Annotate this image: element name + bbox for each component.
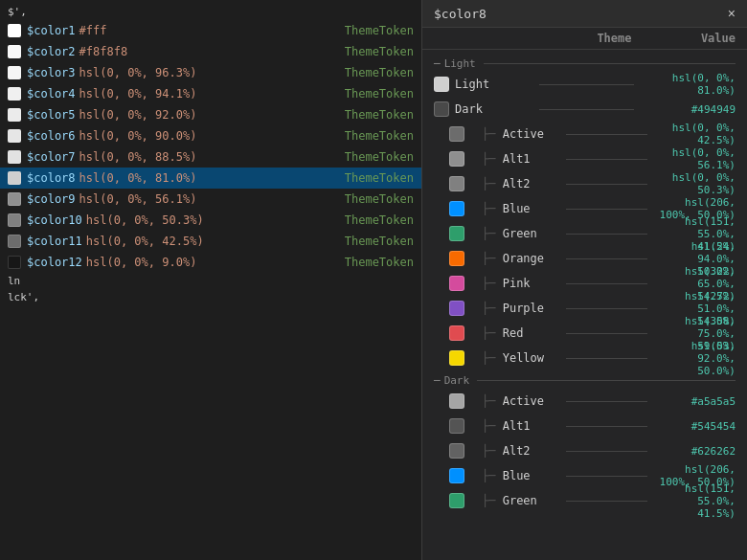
list-item[interactable]: ├─ Alt1#545454	[422, 414, 747, 438]
right-title: $color8	[434, 7, 487, 21]
color-swatch	[449, 126, 464, 142]
theme-name: ├─ Alt1	[482, 152, 558, 166]
var-name: $color1	[27, 24, 76, 37]
color-swatch	[449, 301, 464, 316]
table-row[interactable]: $color9hsl(0, 0%, 56.1%)ThemeToken	[0, 189, 421, 210]
color-swatch	[449, 176, 464, 191]
prefix-text: $',	[0, 4, 421, 20]
color-swatch	[8, 213, 21, 227]
table-row[interactable]: $color8hsl(0, 0%, 81.0%)ThemeToken	[0, 168, 421, 189]
color-swatch	[8, 150, 21, 164]
right-header: $color8 ×	[422, 0, 747, 28]
list-item[interactable]: ├─ Greenhsl(151, 55.0%, 41.5%)	[422, 488, 747, 513]
color-swatch	[449, 226, 464, 241]
row-divider	[566, 283, 647, 284]
list-item[interactable]: ├─ Alt2hsl(0, 0%, 50.3%)	[422, 171, 747, 196]
color-swatch	[8, 108, 21, 122]
row-divider	[566, 159, 647, 160]
value-col-header: Value	[647, 32, 736, 45]
close-button[interactable]: ×	[728, 6, 736, 21]
token-type: ThemeToken	[333, 87, 414, 101]
list-item[interactable]: ├─ Alt2#626262	[422, 438, 747, 463]
list-item[interactable]: ├─ Alt1hsl(0, 0%, 56.1%)	[422, 146, 747, 171]
color-swatch	[434, 101, 449, 117]
color-swatch	[449, 251, 464, 266]
var-name: $color9	[27, 192, 76, 206]
section-header: ─Light	[422, 54, 747, 72]
table-row[interactable]: $color3hsl(0, 0%, 96.3%)ThemeToken	[0, 62, 421, 83]
color-swatch	[449, 418, 464, 434]
var-name: $color2	[27, 45, 76, 58]
color-swatch	[8, 66, 21, 79]
var-name: $color8	[27, 171, 76, 185]
color-swatch	[434, 77, 449, 92]
var-value: hsl(0, 0%, 90.0%)	[79, 129, 333, 143]
color-swatch	[449, 325, 464, 341]
row-divider	[566, 501, 647, 502]
table-row[interactable]: $color6hsl(0, 0%, 90.0%)ThemeToken	[0, 125, 421, 146]
var-name: $color10	[27, 213, 82, 227]
right-panel: $color8 × Theme Value ─LightLighthsl(0, …	[421, 0, 747, 560]
row-divider	[566, 184, 647, 185]
table-row[interactable]: $color1#fffThemeToken	[0, 20, 421, 41]
theme-value: hsl(53, 92.0%, 50.0%)	[655, 340, 736, 377]
list-item[interactable]: Lighthsl(0, 0%, 81.0%)	[422, 72, 747, 97]
theme-name: ├─ Blue	[482, 202, 558, 215]
table-row[interactable]: $color5hsl(0, 0%, 92.0%)ThemeToken	[0, 104, 421, 125]
table-row[interactable]: $color2#f8f8f8ThemeToken	[0, 41, 421, 62]
row-divider	[566, 401, 647, 402]
var-value: hsl(0, 0%, 9.0%)	[86, 256, 333, 269]
theme-table: ─LightLighthsl(0, 0%, 81.0%)Dark#494949├…	[422, 50, 747, 560]
row-divider	[566, 234, 647, 235]
var-value: #fff	[79, 24, 333, 37]
table-header: Theme Value	[422, 28, 747, 50]
theme-name: ├─ Blue	[482, 469, 558, 482]
list-item[interactable]: ├─ Active#a5a5a5	[422, 389, 747, 414]
var-value: hsl(0, 0%, 42.5%)	[86, 235, 333, 248]
var-name: $color12	[27, 256, 82, 269]
section-divider	[477, 380, 736, 381]
table-row[interactable]: $color7hsl(0, 0%, 88.5%)ThemeToken	[0, 146, 421, 168]
theme-value: #a5a5a5	[655, 395, 736, 408]
var-name: $color3	[27, 66, 76, 79]
color-swatch	[8, 171, 21, 185]
theme-name: ├─ Orange	[482, 252, 558, 265]
color-swatch	[449, 443, 464, 459]
color-swatch	[8, 87, 21, 101]
list-item[interactable]: ├─ Yellowhsl(53, 92.0%, 50.0%)	[422, 346, 747, 370]
color-swatch	[8, 24, 21, 37]
row-divider	[566, 333, 647, 334]
token-type: ThemeToken	[333, 45, 414, 58]
theme-name: ├─ Green	[482, 494, 558, 507]
suffix-text2: lck',	[0, 289, 421, 305]
table-row[interactable]: $color10hsl(0, 0%, 50.3%)ThemeToken	[0, 210, 421, 231]
token-type: ThemeToken	[333, 235, 414, 248]
theme-name: ├─ Yellow	[482, 351, 558, 365]
theme-value: hsl(0, 0%, 50.3%)	[655, 171, 736, 196]
color-swatch	[8, 256, 21, 269]
theme-value: #494949	[642, 103, 736, 116]
theme-name: ├─ Green	[482, 227, 558, 240]
theme-value: #626262	[655, 445, 736, 458]
color-swatch	[449, 493, 464, 508]
color-swatch	[449, 276, 464, 291]
row-divider	[566, 426, 647, 427]
list-item[interactable]: Dark#494949	[422, 97, 747, 122]
var-name: $color4	[27, 87, 76, 101]
var-value: hsl(0, 0%, 92.0%)	[79, 108, 333, 122]
var-name: $color5	[27, 108, 76, 122]
table-row[interactable]: $color12hsl(0, 0%, 9.0%)ThemeToken	[0, 252, 421, 273]
color-swatch	[8, 129, 21, 143]
row-divider	[566, 209, 647, 210]
row-divider	[566, 308, 647, 309]
token-type: ThemeToken	[333, 213, 414, 227]
table-row[interactable]: $color11hsl(0, 0%, 42.5%)ThemeToken	[0, 231, 421, 252]
var-name: $color6	[27, 129, 76, 143]
theme-col-header: Theme	[523, 32, 647, 45]
suffix-text1: ln	[0, 273, 421, 289]
color-swatch	[449, 350, 464, 366]
token-type: ThemeToken	[333, 192, 414, 206]
table-row[interactable]: $color4hsl(0, 0%, 94.1%)ThemeToken	[0, 83, 421, 104]
list-item[interactable]: ├─ Activehsl(0, 0%, 42.5%)	[422, 122, 747, 146]
var-value: hsl(0, 0%, 50.3%)	[86, 213, 333, 227]
